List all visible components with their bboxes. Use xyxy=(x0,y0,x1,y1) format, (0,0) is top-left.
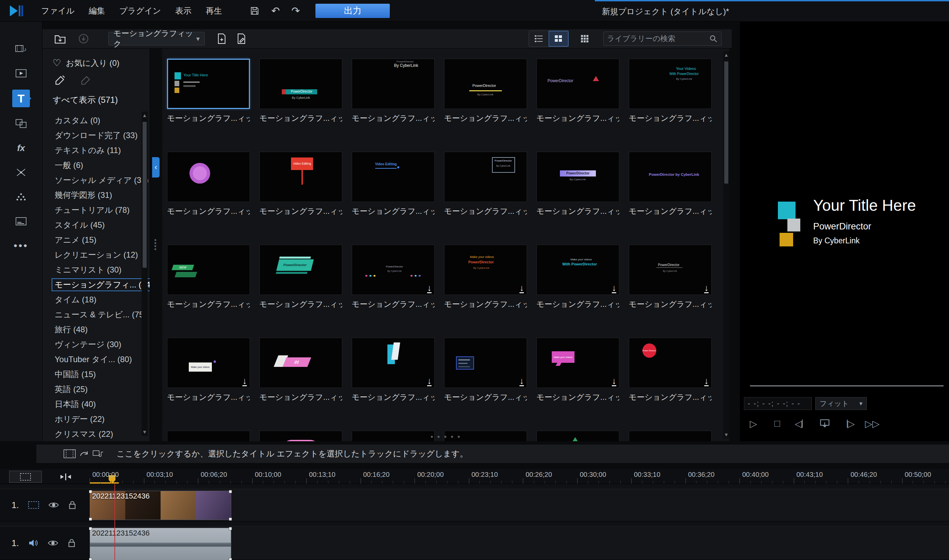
library-item-16[interactable]: Make your videosPowerDirectorBy CyberLin… xyxy=(444,245,527,309)
search-input[interactable] xyxy=(607,34,709,43)
volume-line[interactable] xyxy=(90,545,231,545)
category-item-0[interactable]: カスタム (0) xyxy=(42,113,150,128)
library-item-22[interactable]: ↓モーショングラフ...ィック 022 xyxy=(444,338,527,403)
category-item-6[interactable]: チュートリアル (78) xyxy=(42,203,150,218)
library-thumbnail[interactable]: PowerDirectorBy CyberLink xyxy=(259,59,342,109)
library-thumbnail[interactable]: Make your videosPowerDirectorBy CyberLin… xyxy=(444,245,527,295)
library-item-10[interactable]: PowerDirectorBy CyberLinkモーショングラフ...ィック … xyxy=(444,152,527,217)
library-item-15[interactable]: PowerDirectorBy CyberLink↓モーショングラフ...ィック… xyxy=(352,245,434,309)
clip-handle[interactable] xyxy=(229,527,232,530)
library-thumbnail[interactable]: Your VideosWith PowerDirectorBy CyberLin… xyxy=(629,59,712,109)
library-thumbnail[interactable] xyxy=(167,431,250,441)
library-item-20[interactable]: 01モーショングラフ...ィック 020 xyxy=(259,338,342,403)
category-item-17[interactable]: 中国語 (15) xyxy=(42,367,150,382)
panel-resize-grip[interactable]: •••• xyxy=(154,238,157,251)
grid-view-button[interactable] xyxy=(549,31,568,46)
subtitle-room-icon[interactable] xyxy=(12,213,31,229)
category-item-19[interactable]: 日本語 (40) xyxy=(42,397,150,412)
library-item-24[interactable]: Power Director↓モーショングラフ...ィック 024 xyxy=(629,338,712,403)
library-thumbnail[interactable]: Make your videos↓ xyxy=(167,338,250,388)
library-thumbnail[interactable]: PowerDirectorBy CyberLink xyxy=(444,152,527,202)
category-item-12[interactable]: タイム (18) xyxy=(42,292,150,307)
scroll-down-icon[interactable]: ▼ xyxy=(724,431,729,438)
menu-item-0[interactable]: ファイル xyxy=(34,5,82,16)
clip-handle[interactable] xyxy=(89,518,92,521)
library-thumbnail[interactable]: PowerDirector xyxy=(259,431,342,441)
favorites-row[interactable]: ♡ お気に入り (0) xyxy=(52,57,150,69)
library-item-1[interactable]: Your Title Hereモーショングラフ...ィック 001 xyxy=(167,59,250,123)
timeline-ruler[interactable]: 00:00;0000:03;1000:06;2000:10;0000:13;10… xyxy=(0,469,949,484)
category-item-16[interactable]: YouTuber タイ... (80) xyxy=(42,352,150,367)
category-scrollbar[interactable]: ▲ ▼ xyxy=(142,112,148,436)
library-thumbnail[interactable]: PowerDirector by CyberLink xyxy=(629,152,712,202)
library-thumbnail[interactable]: NEW xyxy=(167,245,250,295)
video-clip[interactable]: 20221123152436 xyxy=(89,491,231,520)
clip-handle[interactable] xyxy=(229,558,232,560)
library-search[interactable] xyxy=(603,32,721,46)
library-item-18[interactable]: PowerDirectorBy CyberLink↓モーショングラフ...ィック… xyxy=(629,245,712,309)
library-item-14[interactable]: PowerDirectorモーショングラフ...ィック 014 xyxy=(259,245,342,309)
category-item-2[interactable]: テキストのみ (11) xyxy=(42,143,150,158)
library-item-17[interactable]: Make your videosWith PowerDirector↓モーション… xyxy=(536,245,619,309)
media-room-icon[interactable]: ♪ xyxy=(12,41,31,57)
menu-item-1[interactable]: 編集 xyxy=(82,5,112,16)
category-item-11[interactable]: モーショングラフィ... (44) xyxy=(42,277,150,292)
content-type-dropdown[interactable]: モーショングラフィック ▾ xyxy=(108,32,205,46)
effect-room-icon[interactable]: fx xyxy=(12,140,31,156)
category-item-5[interactable]: 幾何学図形 (31) xyxy=(42,188,150,203)
scrollbar-thumb[interactable] xyxy=(724,62,728,184)
video-track-icon[interactable] xyxy=(28,501,39,509)
playhead[interactable] xyxy=(114,484,115,560)
library-item-19[interactable]: Make your videos↓モーショングラフ...ィック 019 xyxy=(167,338,250,403)
list-view-button[interactable] xyxy=(529,31,549,46)
edit-template-icon[interactable] xyxy=(236,33,247,45)
library-item-9[interactable]: Video Editingモーショングラフ...ィック 009 xyxy=(352,152,434,217)
library-item-5[interactable]: PowerDirectorモーショングラフ...ィック 005 xyxy=(536,59,619,123)
drop-hint-bar[interactable]: ここをクリックするか、選択したタイトル エフェクトを選択したトラックにドラッグし… xyxy=(36,445,949,463)
library-item-2[interactable]: PowerDirectorBy CyberLinkモーショングラフ...ィック … xyxy=(259,59,342,123)
fast-forward-button[interactable]: ▷▷ xyxy=(865,416,880,431)
add-tag-icon[interactable] xyxy=(54,75,66,86)
clip-handle[interactable] xyxy=(229,490,232,493)
timeline-select-tool[interactable] xyxy=(9,471,42,483)
eye-icon[interactable] xyxy=(48,501,59,509)
library-thumbnail[interactable]: PowerDirector xyxy=(259,245,342,295)
library-thumbnail[interactable] xyxy=(167,152,250,202)
library-item-11[interactable]: PowerDirectorBy CyberLinkモーショングラフ...ィック … xyxy=(536,152,619,217)
title-room-icon[interactable]: T xyxy=(12,89,30,107)
library-item-13[interactable]: NEWモーショングラフ...ィック 013 xyxy=(167,245,250,309)
library-thumbnail[interactable] xyxy=(629,431,712,441)
category-item-10[interactable]: ミニマリスト (30) xyxy=(42,262,150,277)
timecode-display[interactable]: - -; - -; - -; - - xyxy=(744,397,812,410)
library-item-7[interactable]: モーショングラフ...ィック 007 xyxy=(167,152,250,217)
category-item-15[interactable]: ヴィンテージ (30) xyxy=(42,337,150,352)
zoom-fit-dropdown[interactable]: フィット ▾ xyxy=(815,397,867,410)
library-thumbnail[interactable]: Make your videosWith PowerDirector↓ xyxy=(536,245,619,295)
export-button[interactable]: 出力 xyxy=(316,4,390,18)
library-thumbnail[interactable]: PowerDirectorBy CyberLink xyxy=(536,152,619,202)
next-frame-button[interactable]: ▕▷ xyxy=(841,416,856,431)
snapshot-button[interactable] xyxy=(817,416,832,431)
audio-clip[interactable]: 20221123152436 xyxy=(89,528,231,560)
library-item-21[interactable]: ↓モーショングラフ...ィック 021 xyxy=(352,338,434,403)
library-item-12[interactable]: PowerDirector by CyberLinkモーショングラフ...ィック… xyxy=(629,152,712,217)
clip-handle[interactable] xyxy=(89,490,92,493)
category-item-14[interactable]: 旅行 (48) xyxy=(42,322,150,337)
category-item-7[interactable]: スタイル (45) xyxy=(42,218,150,232)
library-thumbnail[interactable]: 01 xyxy=(259,338,342,388)
eye-icon[interactable] xyxy=(48,539,59,547)
collapse-panel-button[interactable]: ‹ xyxy=(152,157,160,177)
timeline-trim-tool[interactable] xyxy=(54,471,78,483)
category-item-1[interactable]: ダウンロード完了 (33) xyxy=(42,128,150,143)
library-thumbnail[interactable]: ↓ xyxy=(444,338,527,388)
more-icon[interactable]: ••• xyxy=(12,238,31,254)
library-item-8[interactable]: Video Editingモーショングラフ...ィック 008 xyxy=(259,152,342,217)
menu-item-2[interactable]: プラグイン xyxy=(112,5,168,16)
library-item-23[interactable]: Make your videos↓モーショングラフ...ィック 023 xyxy=(536,338,619,403)
redo-icon[interactable]: ↷ xyxy=(291,5,300,17)
library-thumbnail[interactable] xyxy=(352,431,434,441)
particle-room-icon[interactable] xyxy=(12,189,31,205)
lock-icon[interactable] xyxy=(68,500,77,510)
library-thumbnail[interactable]: PowerDirectorBy CyberLink xyxy=(352,59,434,109)
lock-icon[interactable] xyxy=(67,538,76,548)
